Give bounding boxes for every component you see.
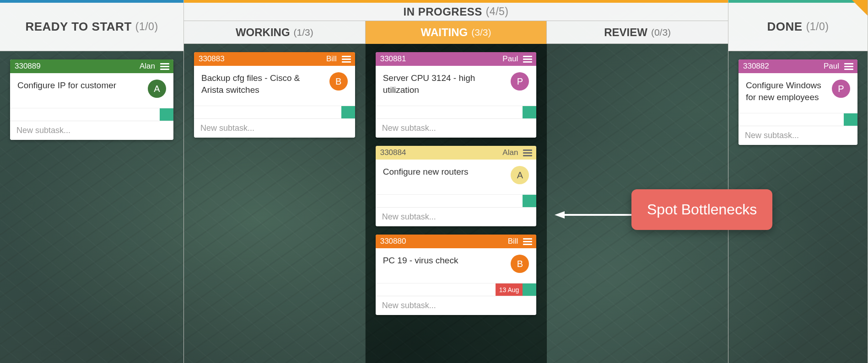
hamburger-icon[interactable] — [522, 236, 534, 247]
avatar[interactable]: B — [511, 255, 529, 273]
lane-header-in-progress[interactable]: IN PROGRESS (4/5) — [184, 3, 728, 21]
card-body: Configure new routers A — [376, 160, 537, 194]
card-body: Configure Windows for new employees P — [739, 73, 857, 113]
kanban-board: READY TO START (1/0) 330889 Alan Configu… — [0, 0, 868, 363]
card-header: 330881 Paul — [376, 52, 537, 66]
sublane-count: (1/3) — [294, 27, 313, 38]
status-tag[interactable] — [160, 108, 173, 121]
col-waiting[interactable]: 330881 Paul Server CPU 3124 - high utili… — [366, 44, 547, 363]
card-assignee: Alan — [502, 148, 518, 157]
new-subtask-input[interactable]: New subtask... — [376, 296, 537, 315]
sublane-title: WORKING — [236, 26, 290, 39]
lane-header-done[interactable]: DONE (1/0) — [728, 3, 868, 51]
card[interactable]: 330880 Bill PC 19 - virus check B 13 Aug — [376, 235, 537, 315]
lane-title: READY TO START — [25, 20, 131, 34]
card-assignee: Paul — [502, 54, 518, 64]
card-assignee: Bill — [508, 237, 518, 246]
hamburger-icon[interactable] — [159, 61, 171, 72]
card-footer — [194, 106, 355, 118]
avatar[interactable]: B — [329, 72, 348, 91]
card-title: Configure new routers — [383, 166, 506, 178]
card[interactable]: 330884 Alan Configure new routers A New … — [376, 146, 537, 226]
avatar[interactable]: A — [148, 80, 166, 98]
status-tag[interactable] — [523, 106, 536, 118]
new-subtask-input[interactable]: New subtask... — [10, 121, 173, 140]
card[interactable]: 330882 Paul Configure Windows for new em… — [739, 59, 857, 145]
card-id: 330882 — [743, 62, 769, 71]
card-header: 330889 Alan — [10, 59, 173, 73]
lane-body-ready[interactable]: 330889 Alan Configure IP for customer A … — [0, 51, 183, 363]
card-footer — [739, 113, 857, 126]
card-header: 330883 Bill — [194, 52, 355, 66]
sublane-title: WAITING — [421, 26, 468, 39]
status-tag[interactable] — [523, 195, 536, 207]
card-title: Configure Windows for new employees — [746, 80, 826, 103]
card-assignee: Bill — [326, 54, 337, 64]
lane-count: (4/5) — [486, 5, 509, 18]
card-id: 330881 — [380, 54, 406, 64]
card-footer — [376, 106, 537, 118]
lane-count: (1/0) — [806, 21, 829, 33]
card-header: 330880 Bill — [376, 235, 537, 248]
card-id: 330883 — [199, 54, 225, 64]
hamburger-icon[interactable] — [522, 54, 534, 64]
card-body: PC 19 - virus check B — [376, 248, 537, 283]
due-date-badge: 13 Aug — [496, 283, 523, 296]
status-tag[interactable] — [844, 113, 857, 126]
lane-in-progress: IN PROGRESS (4/5) WORKING (1/3) WAITING … — [184, 0, 728, 363]
card-header: 330884 Alan — [376, 146, 537, 160]
sublane-count: (0/3) — [651, 27, 671, 38]
new-subtask-input[interactable]: New subtask... — [739, 126, 857, 145]
card-title: Configure IP for customer — [17, 80, 142, 91]
card-id: 330889 — [15, 62, 41, 71]
avatar[interactable]: P — [511, 72, 529, 91]
card-body: Configure IP for customer A — [10, 73, 173, 108]
card-id: 330884 — [380, 148, 406, 157]
avatar[interactable]: P — [832, 80, 850, 98]
card[interactable]: 330883 Bill Backup cfg files - Cisco & A… — [194, 52, 355, 138]
card-header: 330882 Paul — [739, 59, 857, 73]
hamburger-icon[interactable] — [843, 61, 855, 72]
card[interactable]: 330889 Alan Configure IP for customer A … — [10, 59, 173, 140]
card-assignee: Alan — [140, 62, 155, 71]
card-body: Server CPU 3124 - high utilization P — [376, 66, 537, 106]
new-subtask-input[interactable]: New subtask... — [194, 118, 355, 138]
card-title: Server CPU 3124 - high utilization — [383, 72, 506, 96]
lane-header-ready[interactable]: READY TO START (1/0) — [0, 3, 183, 51]
card-footer — [376, 194, 537, 207]
card[interactable]: 330881 Paul Server CPU 3124 - high utili… — [376, 52, 537, 138]
lane-done: DONE (1/0) 330882 Paul Configure Windows… — [728, 0, 868, 363]
status-tag[interactable] — [523, 283, 536, 296]
sublane-count: (3/3) — [471, 27, 491, 38]
card-footer: 13 Aug — [376, 283, 537, 296]
col-working[interactable]: 330883 Bill Backup cfg files - Cisco & A… — [184, 44, 366, 363]
card-body: Backup cfg files - Cisco & Arista switch… — [194, 66, 355, 106]
avatar[interactable]: A — [511, 166, 529, 184]
sublane-title: REVIEW — [604, 26, 647, 39]
lane-ready: READY TO START (1/0) 330889 Alan Configu… — [0, 0, 184, 363]
hamburger-icon[interactable] — [522, 148, 534, 158]
lane-title: IN PROGRESS — [404, 5, 482, 18]
callout-bottlenecks: Spot Bottlenecks — [631, 189, 772, 230]
lane-title: DONE — [767, 20, 803, 34]
card-footer — [10, 108, 173, 121]
card-id: 330880 — [380, 237, 406, 246]
sublane-header-waiting[interactable]: WAITING (3/3) — [366, 21, 547, 44]
card-assignee: Paul — [824, 62, 839, 71]
sublane-header-working[interactable]: WORKING (1/3) — [184, 21, 366, 44]
new-subtask-input[interactable]: New subtask... — [376, 207, 537, 226]
card-title: PC 19 - virus check — [383, 255, 506, 267]
new-subtask-input[interactable]: New subtask... — [376, 118, 537, 138]
card-title: Backup cfg files - Cisco & Arista switch… — [201, 72, 324, 96]
hamburger-icon[interactable] — [340, 54, 352, 64]
status-tag[interactable] — [341, 106, 355, 118]
lane-count: (1/0) — [135, 21, 158, 33]
corner-indicator-icon — [852, 0, 868, 16]
sublane-headers: WORKING (1/3) WAITING (3/3) REVIEW (0/3) — [184, 21, 728, 44]
sublane-header-review[interactable]: REVIEW (0/3) — [547, 21, 728, 44]
